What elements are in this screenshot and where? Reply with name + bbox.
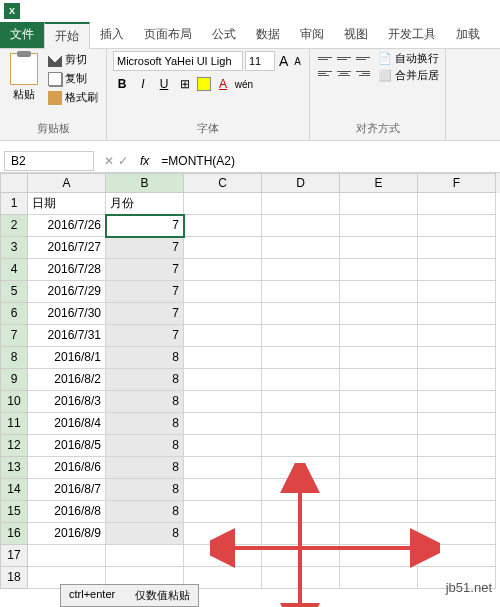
cell[interactable]	[418, 347, 496, 369]
align-left-button[interactable]	[316, 66, 334, 80]
tab-view[interactable]: 视图	[334, 22, 378, 48]
row-header[interactable]: 11	[0, 413, 28, 435]
cell[interactable]	[340, 237, 418, 259]
wrap-text-button[interactable]: 📄 自动换行	[378, 51, 439, 66]
tab-addins[interactable]: 加载	[446, 22, 490, 48]
cell[interactable]	[340, 259, 418, 281]
cell[interactable]: 8	[106, 369, 184, 391]
cell[interactable]: 8	[106, 435, 184, 457]
cell[interactable]	[262, 457, 340, 479]
row-header[interactable]: 9	[0, 369, 28, 391]
cell[interactable]	[418, 259, 496, 281]
cell[interactable]	[418, 501, 496, 523]
cell[interactable]	[262, 325, 340, 347]
cell[interactable]	[418, 281, 496, 303]
cell[interactable]: 2016/7/26	[28, 215, 106, 237]
cell[interactable]	[418, 457, 496, 479]
cell[interactable]	[418, 479, 496, 501]
row-header[interactable]: 15	[0, 501, 28, 523]
cell[interactable]	[340, 479, 418, 501]
cell[interactable]: 7	[106, 303, 184, 325]
cell[interactable]: 2016/8/6	[28, 457, 106, 479]
cell[interactable]	[184, 369, 262, 391]
tab-home[interactable]: 开始	[44, 22, 90, 49]
cell[interactable]: 8	[106, 479, 184, 501]
cell[interactable]	[184, 303, 262, 325]
row-header[interactable]: 8	[0, 347, 28, 369]
cell[interactable]	[262, 523, 340, 545]
bold-button[interactable]: B	[113, 75, 131, 93]
align-top-button[interactable]	[316, 51, 334, 65]
tab-page-layout[interactable]: 页面布局	[134, 22, 202, 48]
cell[interactable]	[184, 281, 262, 303]
cell[interactable]	[262, 193, 340, 215]
col-header-d[interactable]: D	[262, 173, 340, 193]
cell[interactable]	[28, 545, 106, 567]
paste-button[interactable]: 粘贴	[6, 51, 42, 106]
cell[interactable]	[184, 479, 262, 501]
cell[interactable]	[340, 435, 418, 457]
format-painter-button[interactable]: 格式刷	[46, 89, 100, 106]
cell[interactable]	[340, 567, 418, 589]
cell[interactable]: 8	[106, 523, 184, 545]
row-header[interactable]: 2	[0, 215, 28, 237]
cell[interactable]	[184, 237, 262, 259]
phonetic-button[interactable]: wén	[235, 75, 253, 93]
align-middle-button[interactable]	[335, 51, 353, 65]
cell[interactable]	[418, 237, 496, 259]
cell[interactable]: 月份	[106, 193, 184, 215]
row-header[interactable]: 16	[0, 523, 28, 545]
cell[interactable]	[184, 325, 262, 347]
cut-button[interactable]: 剪切	[46, 51, 100, 68]
cell[interactable]	[418, 215, 496, 237]
tab-review[interactable]: 审阅	[290, 22, 334, 48]
fill-color-button[interactable]	[197, 77, 211, 91]
align-center-button[interactable]	[335, 66, 353, 80]
cell[interactable]	[418, 303, 496, 325]
tab-file[interactable]: 文件	[0, 22, 44, 48]
row-header[interactable]: 17	[0, 545, 28, 567]
cell[interactable]	[262, 237, 340, 259]
row-header[interactable]: 18	[0, 567, 28, 589]
tab-developer[interactable]: 开发工具	[378, 22, 446, 48]
cell[interactable]	[184, 347, 262, 369]
cell[interactable]	[340, 281, 418, 303]
cell[interactable]: 2016/8/3	[28, 391, 106, 413]
tab-insert[interactable]: 插入	[90, 22, 134, 48]
cell[interactable]: 7	[106, 237, 184, 259]
cell[interactable]	[106, 545, 184, 567]
row-header[interactable]: 4	[0, 259, 28, 281]
cell[interactable]	[262, 215, 340, 237]
cell[interactable]	[262, 281, 340, 303]
cell[interactable]	[184, 457, 262, 479]
col-header-f[interactable]: F	[418, 173, 496, 193]
increase-font-icon[interactable]: A	[277, 53, 290, 69]
decrease-font-icon[interactable]: A	[292, 56, 303, 67]
cell[interactable]	[340, 303, 418, 325]
col-header-c[interactable]: C	[184, 173, 262, 193]
cell[interactable]: 2016/8/7	[28, 479, 106, 501]
row-header[interactable]: 12	[0, 435, 28, 457]
cell[interactable]	[340, 347, 418, 369]
cell[interactable]: 2016/8/9	[28, 523, 106, 545]
cell[interactable]	[184, 215, 262, 237]
tab-formulas[interactable]: 公式	[202, 22, 246, 48]
cell[interactable]	[340, 457, 418, 479]
cell[interactable]: 2016/8/8	[28, 501, 106, 523]
cell[interactable]	[418, 193, 496, 215]
cell[interactable]: 7	[106, 281, 184, 303]
row-header[interactable]: 7	[0, 325, 28, 347]
cell[interactable]	[340, 413, 418, 435]
font-size-select[interactable]	[245, 51, 275, 71]
cell[interactable]: 2016/7/29	[28, 281, 106, 303]
cell[interactable]	[418, 413, 496, 435]
cell[interactable]	[418, 435, 496, 457]
italic-button[interactable]: I	[134, 75, 152, 93]
border-button[interactable]: ⊞	[176, 75, 194, 93]
row-header[interactable]: 5	[0, 281, 28, 303]
cell[interactable]	[262, 303, 340, 325]
cell[interactable]	[418, 523, 496, 545]
cell[interactable]	[340, 215, 418, 237]
cell[interactable]	[262, 369, 340, 391]
col-header-b[interactable]: B	[106, 173, 184, 193]
